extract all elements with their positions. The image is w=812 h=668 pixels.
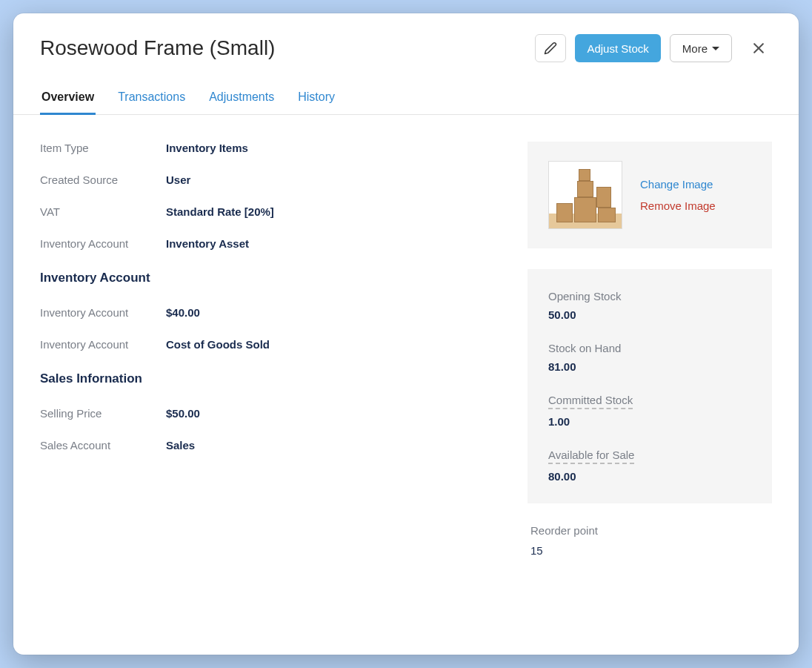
- value-stock-on-hand: 81.00: [548, 360, 751, 373]
- close-button[interactable]: [745, 35, 772, 62]
- tab-adjustments[interactable]: Adjustments: [207, 83, 276, 115]
- value-sales-account: Sales: [166, 439, 195, 452]
- section-sales-information: Sales Infornation: [40, 371, 505, 386]
- row-committed-stock: Committed Stock 1.00: [548, 394, 751, 428]
- section-inventory-account: Inventory Account: [40, 271, 505, 285]
- label-selling-price: Selling Price: [40, 407, 166, 420]
- value-inventory-account: Inventory Asset: [166, 237, 249, 250]
- row-stock-on-hand: Stock on Hand 81.00: [548, 342, 751, 373]
- value-available-for-sale: 80.00: [548, 470, 751, 483]
- box-icon: [574, 197, 596, 222]
- image-links: Change Image Remove Image: [640, 178, 716, 212]
- tab-transactions[interactable]: Transactions: [116, 83, 187, 115]
- value-selling-price: $50.00: [166, 407, 200, 420]
- more-button[interactable]: More: [670, 34, 732, 62]
- label-created-source: Created Source: [40, 173, 166, 186]
- value-vat: Standard Rate [20%]: [166, 205, 274, 218]
- image-panel: Change Image Remove Image: [528, 142, 772, 248]
- row-available-for-sale: Available for Sale 80.00: [548, 449, 751, 483]
- product-image: [548, 161, 622, 229]
- row-sales-account: Sales Account Sales: [40, 439, 505, 452]
- stock-panel: Opening Stock 50.00 Stock on Hand 81.00 …: [528, 269, 772, 503]
- content: Item Type Inventory Items Created Source…: [13, 115, 799, 557]
- label-stock-on-hand: Stock on Hand: [548, 342, 751, 354]
- label-inventory-account: Inventory Account: [40, 237, 166, 250]
- pencil-icon: [544, 42, 557, 55]
- box-icon: [598, 208, 616, 222]
- row-created-source: Created Source User: [40, 173, 505, 186]
- label-reorder-point: Reorder point: [530, 524, 769, 537]
- header: Rosewood Frame (Small) Adjust Stock More: [13, 13, 799, 62]
- tab-overview[interactable]: Overview: [40, 83, 96, 115]
- label-inv-cogs: Inventory Account: [40, 338, 166, 351]
- value-committed-stock: 1.00: [548, 415, 751, 428]
- reorder-point: Reorder point 15: [528, 524, 772, 557]
- value-opening-stock: 50.00: [548, 308, 751, 321]
- value-inv-amount: $40.00: [166, 306, 200, 319]
- close-icon: [751, 41, 766, 56]
- adjust-stock-button[interactable]: Adjust Stock: [575, 34, 660, 62]
- page-title: Rosewood Frame (Small): [40, 36, 526, 60]
- row-opening-stock: Opening Stock 50.00: [548, 290, 751, 321]
- tab-history[interactable]: History: [296, 83, 336, 115]
- label-committed-stock: Committed Stock: [548, 394, 633, 409]
- item-detail-window: Rosewood Frame (Small) Adjust Stock More…: [13, 13, 799, 655]
- row-item-type: Item Type Inventory Items: [40, 142, 505, 154]
- change-image-link[interactable]: Change Image: [640, 178, 716, 191]
- box-icon: [577, 181, 593, 197]
- label-available-for-sale: Available for Sale: [548, 449, 634, 464]
- value-inv-cogs: Cost of Goods Sold: [166, 338, 270, 351]
- label-inv-amount: Inventory Account: [40, 306, 166, 319]
- more-label: More: [682, 42, 708, 55]
- right-column: Change Image Remove Image Opening Stock …: [528, 142, 772, 557]
- row-vat: VAT Standard Rate [20%]: [40, 205, 505, 218]
- tabs: Overview Transactions Adjustments Histor…: [13, 83, 799, 115]
- row-inv-cogs: Inventory Account Cost of Goods Sold: [40, 338, 505, 351]
- label-opening-stock: Opening Stock: [548, 290, 751, 302]
- row-inv-amount: Inventory Account $40.00: [40, 306, 505, 319]
- edit-button[interactable]: [535, 34, 566, 62]
- left-column: Item Type Inventory Items Created Source…: [40, 142, 505, 557]
- row-inventory-account: Inventory Account Inventory Asset: [40, 237, 505, 250]
- value-created-source: User: [166, 173, 190, 186]
- row-selling-price: Selling Price $50.00: [40, 407, 505, 420]
- box-icon: [556, 203, 573, 222]
- label-vat: VAT: [40, 205, 166, 218]
- label-item-type: Item Type: [40, 142, 166, 154]
- value-reorder-point: 15: [530, 544, 769, 557]
- remove-image-link[interactable]: Remove Image: [640, 199, 716, 212]
- box-icon: [579, 169, 590, 181]
- chevron-down-icon: [712, 47, 719, 50]
- label-sales-account: Sales Account: [40, 439, 166, 452]
- box-icon: [596, 187, 611, 208]
- value-item-type: Inventory Items: [166, 142, 248, 154]
